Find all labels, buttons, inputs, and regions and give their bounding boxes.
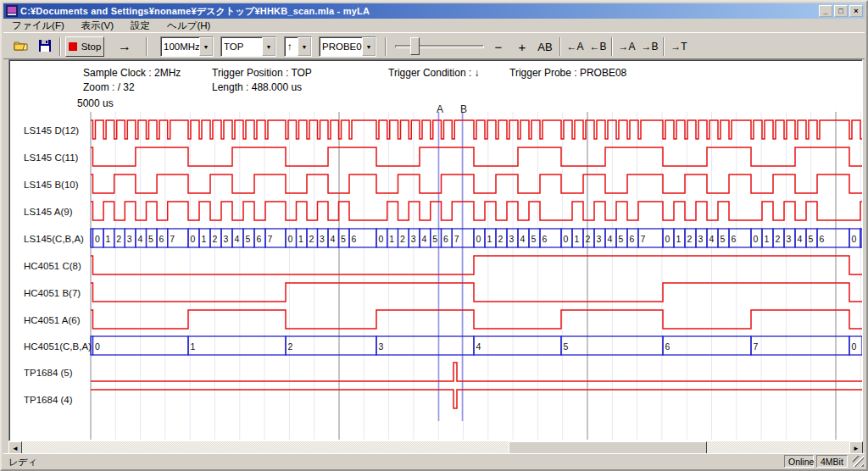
hc4051-bus-value: 0 bbox=[852, 341, 857, 352]
hc4051-bus-cell bbox=[751, 336, 849, 355]
wave-HC4051 A(6) bbox=[91, 310, 862, 329]
chevron-down-icon[interactable]: ▼ bbox=[298, 37, 311, 56]
ls145-bus-value: 1 bbox=[676, 234, 682, 244]
ls145-bus-value: 6 bbox=[732, 234, 737, 244]
info-zoom: Zoom : / 32 bbox=[83, 81, 135, 93]
menu-file[interactable]: ファイル(F) bbox=[3, 19, 73, 33]
trigger-probe-combo[interactable]: PROBE00 ▼ bbox=[319, 36, 376, 57]
ls145-bus-value: 5 bbox=[341, 234, 346, 244]
ls145-bus-value: 3 bbox=[127, 234, 132, 244]
channel-label: HC4051 B(7) bbox=[24, 288, 81, 298]
status-bar: レディ Online 4MBit bbox=[3, 453, 865, 468]
ls145-bus-value: 6 bbox=[542, 234, 548, 244]
ls145-bus-value: 2 bbox=[687, 234, 693, 244]
channel-label: LS145 D(12) bbox=[24, 125, 79, 136]
save-button[interactable] bbox=[34, 36, 56, 57]
menu-bar: ファイル(F) 表示(V) 設定 ヘルプ(H) bbox=[3, 19, 865, 32]
toolbar-separator bbox=[663, 37, 665, 56]
ls145-bus-value: 4 bbox=[608, 234, 613, 244]
stop-icon bbox=[69, 42, 77, 51]
ls145-bus-value: 3 bbox=[411, 234, 416, 244]
chevron-down-icon[interactable]: ▼ bbox=[199, 37, 213, 56]
ls145-bus-value: 6 bbox=[820, 234, 825, 244]
ls145-bus-value: 4 bbox=[137, 234, 142, 244]
title-bar: C:¥Documents and Settings¥noname¥デスクトップ¥… bbox=[3, 3, 865, 19]
hc4051-bus-value: 4 bbox=[476, 341, 481, 352]
hc4051-bus-value: 5 bbox=[564, 341, 569, 352]
hc4051-bus-value: 6 bbox=[665, 341, 670, 352]
ls145-bus-value: 2 bbox=[776, 234, 781, 244]
trigger-edge-combo[interactable]: ↑ ▼ bbox=[284, 36, 312, 57]
wave-HC4051 C(8) bbox=[91, 256, 862, 274]
toolbar-separator bbox=[559, 37, 561, 56]
chevron-down-icon[interactable]: ▼ bbox=[362, 37, 376, 56]
ls145-bus-value: 6 bbox=[257, 234, 262, 244]
time-scale-label: 5000 us bbox=[77, 97, 114, 109]
resize-grip[interactable] bbox=[853, 456, 864, 467]
ls145-bus-value: 6 bbox=[443, 234, 448, 244]
minimize-button[interactable]: _ bbox=[819, 5, 832, 17]
toolbar: Stop → 100MHz ▼ TOP ▼ ↑ ▼ PROBE00 ▼ − bbox=[3, 32, 865, 59]
ls145-bus-value: 4 bbox=[520, 234, 526, 244]
cursor-b-label[interactable]: B bbox=[457, 103, 470, 115]
ls145-bus-value: 2 bbox=[586, 234, 591, 244]
goto-b-right-button[interactable]: →B bbox=[639, 36, 660, 57]
ls145-bus-value: 7 bbox=[268, 234, 273, 244]
goto-a-right-button[interactable]: →A bbox=[616, 36, 637, 57]
hc4051-bus-cell bbox=[188, 336, 286, 355]
ls145-bus-value: 5 bbox=[148, 234, 153, 244]
wave-LS145 B(10) bbox=[91, 175, 862, 193]
slider-thumb[interactable] bbox=[410, 37, 420, 55]
menu-view[interactable]: 表示(V) bbox=[73, 19, 122, 33]
wave-LS145 C(11) bbox=[91, 147, 862, 166]
app-window: C:¥Documents and Settings¥noname¥デスクトップ¥… bbox=[0, 0, 868, 471]
channel-label: HC4051 A(6) bbox=[24, 315, 80, 325]
menu-help[interactable]: ヘルプ(H) bbox=[159, 19, 219, 33]
window-title: C:¥Documents and Settings¥noname¥デスクトップ¥… bbox=[20, 5, 819, 18]
slider-track[interactable] bbox=[395, 45, 484, 48]
memory-status-badge: 4MBit bbox=[816, 455, 848, 468]
ab-span-button[interactable]: AB bbox=[534, 36, 556, 57]
ls145-bus-value: 4 bbox=[331, 234, 336, 244]
hc4051-bus-value: 0 bbox=[95, 341, 100, 352]
minus-icon: − bbox=[495, 40, 503, 54]
ls145-bus-value: 0 bbox=[95, 234, 100, 244]
ls145-bus-value: 3 bbox=[320, 234, 325, 244]
ls145-bus-value: 1 bbox=[765, 234, 770, 244]
hc4051-bus-cell bbox=[474, 336, 561, 355]
ls145-bus-value: 6 bbox=[159, 234, 164, 244]
ls145-bus-value: 0 bbox=[191, 234, 196, 244]
stop-button[interactable]: Stop bbox=[65, 36, 104, 57]
ls145-bus-value: 2 bbox=[498, 234, 504, 244]
sample-clock-combo[interactable]: 100MHz ▼ bbox=[160, 36, 214, 57]
open-file-button[interactable] bbox=[10, 36, 32, 57]
ls145-bus-value: 3 bbox=[597, 234, 602, 244]
chevron-down-icon[interactable]: ▼ bbox=[262, 37, 275, 56]
channel-label: LS145 C(11) bbox=[24, 152, 78, 163]
close-button[interactable]: × bbox=[849, 5, 863, 17]
maximize-button[interactable]: □ bbox=[834, 5, 848, 17]
ls145-bus-value: 5 bbox=[721, 234, 726, 244]
zoom-out-button[interactable]: − bbox=[488, 36, 509, 57]
goto-trigger-button[interactable]: →T bbox=[668, 36, 690, 57]
ls145-bus-value: 4 bbox=[422, 234, 427, 244]
ls145-bus-value: 0 bbox=[754, 234, 759, 244]
info-trigger-probe: Trigger Probe : PROBE08 bbox=[509, 67, 626, 79]
online-status-badge: Online bbox=[784, 455, 814, 468]
ls145-bus-value: 3 bbox=[698, 234, 704, 244]
ls145-bus-value: 0 bbox=[665, 234, 670, 244]
trigger-position-combo[interactable]: TOP ▼ bbox=[220, 36, 276, 57]
zoom-slider[interactable] bbox=[395, 36, 484, 57]
ls145-bus-value: 0 bbox=[476, 234, 481, 244]
right-arrow-icon: → bbox=[118, 39, 131, 54]
goto-b-left-button[interactable]: ←B bbox=[587, 36, 609, 57]
menu-settings[interactable]: 設定 bbox=[122, 19, 159, 33]
cursor-a-label[interactable]: A bbox=[433, 103, 447, 115]
wave-LS145 A(9) bbox=[91, 202, 862, 220]
ls145-bus-value: 7 bbox=[641, 234, 646, 244]
toolbar-separator bbox=[385, 37, 387, 56]
goto-a-left-button[interactable]: ←A bbox=[565, 36, 586, 57]
ls145-bus-value: 3 bbox=[787, 234, 792, 244]
run-button[interactable]: → bbox=[110, 36, 139, 57]
zoom-in-button[interactable]: + bbox=[512, 36, 532, 57]
